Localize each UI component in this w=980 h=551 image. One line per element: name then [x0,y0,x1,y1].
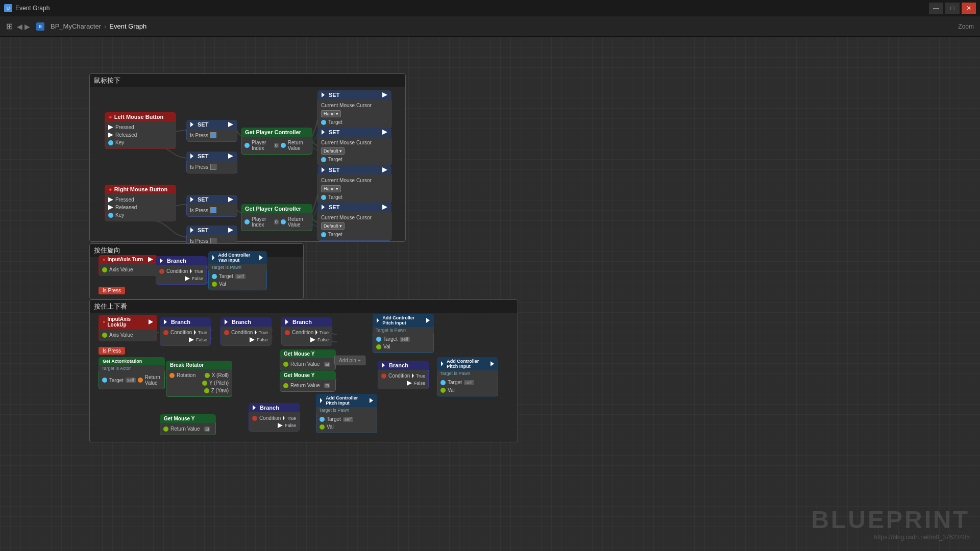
pin-target-sc2 [321,195,326,200]
node-branch-lower[interactable]: Branch Condition True False [378,361,429,389]
pin-return-value-2 [281,219,286,224]
node-get-actor-rotation[interactable]: Get ActorRotation Target is Actor Target… [99,357,165,389]
node-set-1-header: SET [186,120,237,129]
pin-axis-value-turn [102,267,107,272]
cursor-dropdown-default-1[interactable]: Default ▾ [321,147,345,155]
node-set-cursor-hand-2[interactable]: SET Current Mouse Cursor Hand ▾ Target [317,165,391,204]
node-add-controller-pitch-2[interactable]: Add Controller Pitch Input Target is Paw… [437,357,498,396]
node-get-mouse-y-2[interactable]: Get Mouse Y Return Value ⊞ [280,371,336,392]
home-icon[interactable]: ⊞ [6,21,13,31]
cursor-dropdown-hand-1[interactable]: Hand ▾ [321,110,341,117]
sd2-exec-in [322,205,327,210]
pin-key-out [108,140,113,145]
pin-return-value-1 [281,143,286,148]
branch-rotate-header: Branch [156,256,207,265]
node-branch-lookup-3[interactable]: Branch Condition True False [281,317,332,346]
node-set-2[interactable]: SET Is Press [186,152,237,173]
cursor-dropdown-default-2[interactable]: Default ▾ [321,222,345,230]
node-left-mouse-button[interactable]: ● Left Mouse Button Pressed Released Key [105,112,176,149]
set4-exec-out [228,228,233,233]
node-left-mouse-button-header: ● Left Mouse Button [105,112,176,121]
close-button[interactable]: ✕ [962,3,976,14]
node-add-controller-pitch-1[interactable]: Add Controller Pitch Input Target is Paw… [373,314,434,353]
node-set-3[interactable]: SET Is Press [186,195,237,217]
pin-condition-bl3 [285,330,290,335]
node-add-controller-yaw[interactable]: Add Controller Yaw Input Target is Pawn … [208,251,267,290]
pin-yaw-target [212,274,217,279]
pin-y-pitch [202,381,207,386]
branch-lower-header: Branch [378,361,429,370]
bl3-false [310,337,315,342]
node-branch-rotate[interactable]: Branch Condition True False [156,256,207,285]
pin-gar-return [138,378,143,383]
node-get-player-controller-2[interactable]: Get Player Controller Player Index 0 Ret… [241,204,312,231]
pin-condition-bl4 [381,373,386,379]
pitch3-exec-in [320,398,324,403]
add-pin-node[interactable]: Add pin + [334,356,365,365]
pin-rotation-in [169,373,175,378]
turn-exec-out [148,257,153,262]
bb-false [278,423,283,428]
gpc1-header: Get Player Controller [241,128,312,137]
node-set-2-header: SET [186,152,237,161]
pin-mouse-y-2-return [283,383,288,388]
node-set-1[interactable]: SET Is Press [186,120,237,142]
node-break-rotator[interactable]: Break Rotator Rotation X (Roll) Y (Pitch… [166,361,232,397]
node-add-controller-pitch-3[interactable]: Add Controller Pitch Input Target is Paw… [316,394,377,433]
group-title-mouse-click: 鼠标按下 [90,74,405,87]
bb-exec-in [253,405,258,410]
is-press-badge-lookup: Is Press [99,347,125,355]
maximize-button[interactable]: □ [945,3,960,14]
cursor-dropdown-hand-2[interactable]: Hand ▾ [321,185,341,192]
pin-ispress-3-checked [210,207,216,213]
node-set-cursor-default-1[interactable]: SET Current Mouse Cursor Default ▾ Targe… [317,128,391,166]
set3-exec-in [190,197,195,202]
node-inputaxis-turn[interactable]: ● InputAxis Turn Axis Value [99,255,157,276]
minimize-button[interactable]: — [929,3,943,14]
pin-axis-value-lookup [102,333,107,338]
forward-button[interactable]: ▶ [24,22,30,31]
node-right-mouse-button-header: ● Right Mouse Button [105,185,176,194]
watermark: BLUEPRINT https://blog.csdn.net/m0_37623… [811,506,970,541]
pin-pitch2-target [440,380,446,385]
node-branch-lookup-2[interactable]: Branch Condition True False [220,317,272,346]
pin-player-index-2 [244,219,250,224]
inputaxis-turn-header: ● InputAxis Turn [99,255,157,264]
breadcrumb-current: Event Graph [109,22,146,30]
pin-rmb-released [108,205,113,210]
breadcrumb: B BP_MyCharacter › Event Graph [36,22,146,31]
pin-ispress-2-unchecked [210,164,216,170]
sc2-exec-out [382,167,387,172]
back-button[interactable]: ◀ [17,22,22,31]
node-get-player-controller-1[interactable]: Get Player Controller Player Index 0 Ret… [241,128,312,155]
node-set-4-header: SET [186,226,237,235]
node-get-mouse-y-1[interactable]: Get Mouse Y Return Value ⊞ [280,349,336,370]
get-mouse-y-1-header: Get Mouse Y [280,349,336,358]
branch-lookup-3-header: Branch [281,317,332,327]
sd2-exec-out [382,205,387,210]
node-set-cursor-default-2[interactable]: SET Current Mouse Cursor Default ▾ Targe… [317,203,391,241]
bl1-true [194,330,196,335]
breadcrumb-root[interactable]: BP_MyCharacter [51,22,101,30]
set3-exec-out [228,197,233,202]
pin-player-index-1 [244,143,250,148]
bb-true [283,416,285,421]
sd1-exec-in [322,130,327,135]
pin-target-sc1 [321,120,326,125]
canvas-area[interactable]: 鼠标按下 ● Left Mouse Button Pressed Release… [0,37,980,551]
node-right-mouse-button[interactable]: ● Right Mouse Button Pressed Released Ke… [105,185,176,221]
bl3-exec-in [285,319,290,324]
bl4-false [407,381,412,386]
node-branch-bottom[interactable]: Branch Condition True False [249,403,300,432]
group-title-lookup: 按住上下看 [90,300,518,313]
node-get-mouse-y-bottom[interactable]: Get Mouse Y Return Value ⊞ [160,414,216,435]
pin-pitch1-target [376,337,381,342]
node-set-cursor-hand-1[interactable]: SET Current Mouse Cursor Hand ▾ Target [317,90,391,129]
lookup-exec-out [149,319,153,324]
node-inputaxis-lookup[interactable]: ● InputAxis LookUp Axis Value [99,315,157,341]
pitch2-exec-in [441,361,445,366]
set-cursor-hand-2-header: SET [317,165,391,174]
set2-exec-in [190,154,195,159]
node-branch-lookup-1[interactable]: Branch Condition True False [160,317,211,346]
breadcrumb-separator: › [104,22,106,30]
